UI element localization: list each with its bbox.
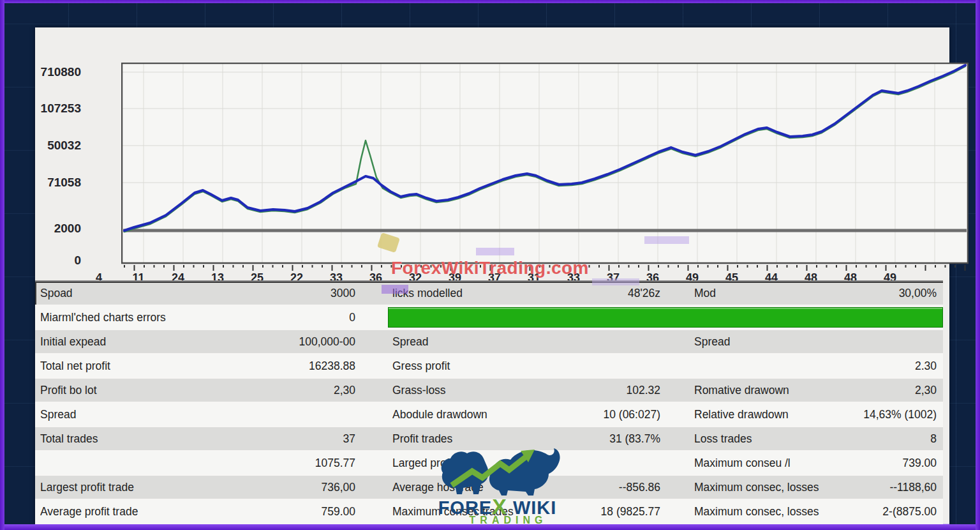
- table-row: SpreadAbodule drawdown10 (06:027)Relativ…: [35, 403, 943, 427]
- artifact-smudge: [592, 278, 639, 285]
- progress-bar: [388, 307, 943, 328]
- table-cell: Abodule drawdown: [355, 408, 565, 421]
- table-cell: Maximum conseu /l: [660, 457, 858, 470]
- table-cell: Total trades: [35, 432, 226, 446]
- artifact-smudge: [644, 236, 689, 244]
- y-tick-label: 71058: [39, 176, 81, 190]
- table-cell: 2,30: [226, 384, 355, 397]
- table-row: Spoad3000licks modelled48'26zMod30,00%: [35, 282, 943, 306]
- table-cell: 1075.77: [226, 457, 355, 470]
- artifact-smudge: [382, 285, 408, 294]
- table-cell: 48'26z: [565, 287, 660, 300]
- table-cell: Profit bo lot: [35, 384, 226, 397]
- border-bottom: [0, 524, 980, 530]
- table-cell: --856.86: [565, 481, 660, 494]
- border-right: [976, 0, 980, 530]
- artifact-smudge: [476, 248, 514, 255]
- table-cell: 102.32: [565, 384, 660, 397]
- table-cell: Spread: [355, 335, 565, 349]
- balance-equity-chart: [121, 63, 969, 275]
- bull-bear-graphic: [434, 446, 561, 496]
- watermark-text: ForexWikiTrading.com: [0, 258, 980, 278]
- table-cell: Profit trades: [355, 432, 565, 446]
- table-cell: Spread: [660, 335, 858, 349]
- table-cell: 31 (83.7%: [565, 432, 660, 446]
- border-top: [0, 0, 980, 3]
- table-cell: 2-(8875.00: [858, 505, 943, 519]
- table-cell: 37: [226, 432, 355, 446]
- y-tick-label: 2000: [39, 222, 81, 236]
- table-cell: Romative drawown: [660, 384, 858, 397]
- table-cell: Largest profit trade: [35, 481, 226, 494]
- table-cell: 18 (9825.77: [565, 505, 660, 519]
- table-cell: 2.30: [858, 360, 943, 373]
- table-cell: Gress profit: [355, 360, 565, 373]
- table-cell: Loss trades: [660, 432, 858, 446]
- table-row: Total net profit16238.88Gress profit2.30: [35, 354, 943, 379]
- table-cell: 10 (06:027): [565, 408, 660, 421]
- y-tick-label: 50032: [39, 139, 81, 153]
- table-cell: 2,30: [858, 384, 943, 397]
- table-cell: 16238.88: [226, 360, 355, 373]
- table-cell: Grass-loss: [355, 384, 565, 397]
- table-cell: Initial expead: [35, 335, 226, 349]
- forex-wiki-logo: FOREX WIKI TRADING: [429, 446, 566, 526]
- table-cell: Maximum consec, losses: [660, 481, 858, 494]
- table-row: Initial expead100,000-00SpreadSpread: [35, 330, 943, 354]
- table-cell: 100,000-00: [226, 335, 355, 349]
- table-cell: Relative drawdown: [660, 408, 858, 421]
- logo-wordmark: FOREX WIKI: [429, 498, 566, 516]
- table-cell: --1188,60: [858, 481, 943, 494]
- y-tick-label: 710880: [39, 65, 81, 79]
- table-cell: 739.00: [858, 457, 943, 470]
- table-cell: Maximum consec, losses: [660, 505, 858, 519]
- table-cell: 14,63% (1002): [858, 408, 943, 421]
- table-cell: Total net profit: [35, 360, 226, 373]
- tester-report-screen: 710880107253500327105820000 411241325223…: [0, 0, 980, 530]
- y-tick-label: 107253: [39, 102, 81, 116]
- table-cell: 3000: [226, 287, 355, 300]
- border-left: [0, 0, 4, 530]
- table-row: Profit bo lot2,30Grass-loss102.32Romativ…: [35, 379, 943, 403]
- table-cell: 8: [858, 432, 943, 446]
- table-cell: Average profit trade: [35, 505, 226, 519]
- table-cell: 0: [226, 311, 355, 324]
- table-cell: 759.00: [226, 505, 355, 519]
- table-cell: Spoad: [35, 287, 226, 300]
- table-cell: 30,00%: [858, 287, 943, 300]
- table-cell: 736,00: [226, 481, 355, 494]
- table-cell: Miarml'ched charts errors: [35, 311, 226, 324]
- table-cell: Spread: [35, 408, 226, 421]
- table-cell: Mod: [660, 287, 858, 300]
- table-row: Miarml'ched charts errors0: [35, 306, 943, 330]
